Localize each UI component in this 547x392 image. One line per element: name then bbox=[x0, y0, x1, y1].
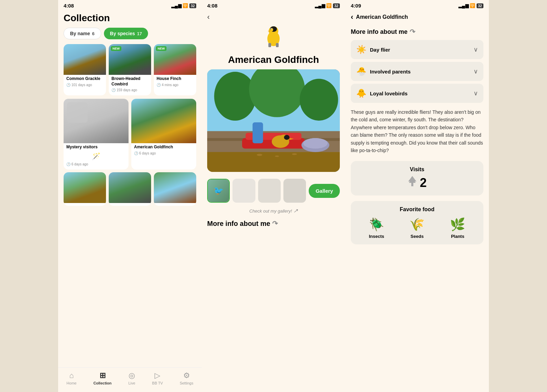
svg-point-12 bbox=[300, 79, 338, 121]
nav-settings[interactable]: ⚙ Settings bbox=[180, 371, 194, 385]
visits-number: 2 bbox=[420, 176, 427, 190]
svg-point-5 bbox=[271, 28, 271, 29]
thumb-3[interactable] bbox=[258, 179, 281, 203]
insects-icon: 🪲 bbox=[369, 217, 384, 232]
svg-point-23 bbox=[257, 154, 262, 156]
bird-photo-goldfinch bbox=[131, 99, 196, 143]
food-item-plants: 🌿 Plants bbox=[450, 217, 465, 239]
thumb-1-art: 🐦 bbox=[208, 179, 229, 202]
bird-card-grackle[interactable]: Common Grackle 🕐 101 days ago bbox=[64, 44, 106, 95]
photo-thumbnails: 🐦 Gallery bbox=[202, 175, 345, 206]
svg-point-27 bbox=[303, 138, 328, 149]
clock-icon-finch: 🕐 bbox=[157, 83, 161, 87]
visits-count-display: 2 bbox=[356, 175, 478, 190]
new-badge-cowbird: NEW bbox=[111, 46, 121, 51]
info-card-left-1: ☀️ Day flier bbox=[356, 45, 390, 54]
filter-name-count: 6 bbox=[92, 31, 94, 36]
thumb-4[interactable] bbox=[283, 179, 306, 203]
filter-species-count: 17 bbox=[137, 31, 142, 36]
filter-by-species[interactable]: By species 17 bbox=[104, 28, 148, 39]
nav-bbtv[interactable]: ▷ BB TV bbox=[152, 371, 163, 385]
middle-birds-grid: Mystery visitors 🪄 🕐 6 days ago American… bbox=[64, 99, 196, 170]
favorite-food-card: Favorite food 🪲 Insects 🌾 Seeds 🌿 Plants bbox=[351, 201, 483, 244]
svg-rect-7 bbox=[268, 43, 271, 47]
bird-card-mystery[interactable]: Mystery visitors 🪄 🕐 6 days ago bbox=[64, 99, 129, 170]
status-icons-1: ▂▄▆ 🛜 32 bbox=[171, 3, 196, 8]
home-icon: ⌂ bbox=[69, 371, 74, 380]
filter-name-label: By name bbox=[70, 31, 90, 36]
bird-time-finch: 🕐 4 mins ago bbox=[154, 82, 196, 87]
filter-by-name[interactable]: By name 6 bbox=[64, 28, 101, 39]
status-bar-2: 4:08 ▂▄▆ 🛜 32 bbox=[202, 0, 345, 10]
nav-home-label: Home bbox=[67, 381, 77, 385]
nav-settings-label: Settings bbox=[180, 381, 194, 385]
bird-card-bottom3[interactable] bbox=[154, 172, 196, 206]
nav-collection[interactable]: ⊞ Collection bbox=[93, 371, 111, 385]
screen2-detail: 4:08 ▂▄▆ 🛜 32 ‹ American Goldfinch bbox=[202, 0, 345, 392]
screen1-content: Collection By name 6 By species 17 Commo… bbox=[58, 10, 202, 367]
bottom-nav: ⌂ Home ⊞ Collection ◎ Live ▷ BB TV ⚙ Set… bbox=[58, 367, 202, 392]
gallery-button[interactable]: Gallery bbox=[309, 184, 340, 198]
chevron-icon-3: ∨ bbox=[473, 90, 478, 97]
status-bar-1: 4:08 ▂▄▆ 🛜 32 bbox=[58, 0, 202, 10]
bird-time-grackle: 🕐 101 days ago bbox=[64, 82, 106, 87]
chevron-icon-2: ∨ bbox=[473, 68, 478, 75]
visits-tree-icon bbox=[408, 175, 417, 190]
nav-live-label: Live bbox=[128, 381, 135, 385]
settings-icon: ⚙ bbox=[183, 371, 190, 380]
bird-name-finch: House Finch bbox=[154, 75, 196, 82]
clock-icon-cowbird: 🕐 bbox=[111, 88, 116, 92]
bird-card-cowbird[interactable]: NEW Brown-Headed Cowbird 🕐 159 days ago bbox=[109, 44, 151, 95]
svg-rect-22 bbox=[207, 152, 340, 172]
nav-live[interactable]: ◎ Live bbox=[128, 371, 135, 385]
nav-collection-label: Collection bbox=[93, 381, 111, 385]
svg-rect-17 bbox=[253, 122, 263, 143]
filter-species-label: By species bbox=[110, 31, 135, 36]
bird-main-photo bbox=[207, 69, 340, 172]
filter-row: By name 6 By species 17 bbox=[64, 28, 196, 39]
visits-card: Visits 2 bbox=[351, 161, 483, 195]
screen1-collection: 4:08 ▂▄▆ 🛜 32 Collection By name 6 By sp… bbox=[58, 0, 202, 392]
status-time-3: 4:09 bbox=[351, 3, 361, 9]
info-section-title: More info about me ↷ bbox=[345, 24, 489, 39]
bird-detail-title: American Goldfinch bbox=[228, 54, 319, 65]
insects-label: Insects bbox=[369, 234, 384, 239]
back-icon-2: ‹ bbox=[207, 13, 210, 21]
svg-point-24 bbox=[275, 156, 279, 157]
bird-card-goldfinch[interactable]: American Goldfinch 🕐 6 days ago bbox=[131, 99, 196, 170]
svg-point-25 bbox=[292, 153, 297, 155]
svg-point-10 bbox=[214, 72, 256, 121]
new-badge-finch: NEW bbox=[156, 46, 166, 51]
thumb-2[interactable] bbox=[232, 179, 255, 203]
info-card-loyal-lovebirds[interactable]: 🐥 Loyal lovebirds ∨ bbox=[351, 84, 483, 103]
food-item-insects: 🪲 Insects bbox=[369, 217, 384, 239]
loyal-lovebirds-icon: 🐥 bbox=[356, 89, 366, 98]
tree-icon-svg bbox=[408, 175, 417, 188]
bird-card-finch[interactable]: NEW House Finch 🕐 4 mins ago bbox=[154, 44, 196, 95]
info-card-involved-parents[interactable]: 🐣 Involved parents ∨ bbox=[351, 62, 483, 81]
bird-photo-bottom2 bbox=[109, 172, 151, 203]
back-button-2[interactable]: ‹ bbox=[202, 10, 345, 24]
bird-name-goldfinch: American Goldfinch bbox=[131, 143, 196, 151]
info-curved-arrow: ↷ bbox=[410, 28, 415, 36]
screen3-moreinfo: 4:09 ▂▄▆ 🛜 32 ‹ American Goldfinch More … bbox=[345, 0, 489, 392]
bird-time-mystery: 🕐 6 days ago bbox=[64, 162, 129, 167]
seeds-icon: 🌾 bbox=[409, 217, 425, 232]
back-icon-3[interactable]: ‹ bbox=[351, 13, 353, 22]
status-time-1: 4:08 bbox=[64, 3, 74, 9]
bottom-birds-grid bbox=[64, 172, 196, 206]
food-items-row: 🪲 Insects 🌾 Seeds 🌿 Plants bbox=[356, 217, 478, 239]
goldfinch-icon bbox=[262, 24, 285, 48]
bird-card-bottom2[interactable] bbox=[109, 172, 151, 206]
bird-name-mystery: Mystery visitors bbox=[64, 143, 129, 151]
thumb-1[interactable]: 🐦 bbox=[207, 179, 230, 203]
bird-card-bottom1[interactable] bbox=[64, 172, 106, 206]
involved-parents-icon: 🐣 bbox=[356, 67, 366, 76]
bird-name-cowbird: Brown-Headed Cowbird bbox=[109, 75, 151, 87]
nav-home[interactable]: ⌂ Home bbox=[67, 371, 77, 385]
bird-photo-bottom1 bbox=[64, 172, 106, 203]
collection-icon: ⊞ bbox=[99, 371, 106, 380]
status-icons-3: ▂▄▆ 🛜 32 bbox=[458, 3, 483, 8]
info-card-day-flier[interactable]: ☀️ Day flier ∨ bbox=[351, 40, 483, 59]
bird-time-goldfinch: 🕐 6 days ago bbox=[131, 151, 196, 156]
